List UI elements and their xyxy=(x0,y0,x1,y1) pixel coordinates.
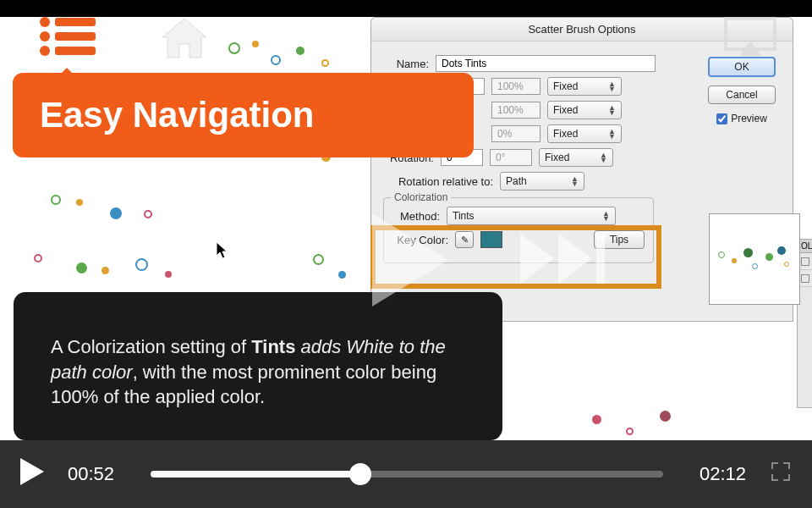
list-icon xyxy=(38,15,99,58)
skip-forward-button[interactable] xyxy=(512,227,605,318)
caption-bold: Tints xyxy=(251,336,295,357)
seek-fill xyxy=(151,471,360,478)
rotation-relative-select[interactable]: Path▲▼ xyxy=(500,172,584,190)
rotation-mode-select[interactable]: Fixed▲▼ xyxy=(539,148,613,167)
preview-checkbox-input[interactable] xyxy=(716,113,727,124)
airplay-button[interactable] xyxy=(722,15,778,61)
bg-dot xyxy=(321,59,329,67)
home-button[interactable] xyxy=(159,15,210,65)
video-player-bar: 00:52 02:12 xyxy=(0,440,812,508)
caption-italic: adds White xyxy=(295,336,398,357)
chevron-updown-icon: ▲▼ xyxy=(608,129,616,140)
svg-rect-3 xyxy=(55,32,96,41)
row3-mode-select[interactable]: Fixed▲▼ xyxy=(547,124,622,143)
colorization-legend: Colorization xyxy=(391,191,451,203)
size-mode-value: Fixed xyxy=(553,80,578,92)
chevron-updown-icon: ▲▼ xyxy=(602,211,610,222)
bg-dot xyxy=(110,207,122,219)
row2-mode-value: Fixed xyxy=(553,104,578,116)
dialog-right-column: OK Cancel Preview xyxy=(703,57,781,124)
svg-marker-11 xyxy=(372,213,448,306)
svg-rect-14 xyxy=(596,234,605,284)
top-letterbox xyxy=(0,0,812,17)
current-time: 00:52 xyxy=(68,463,127,485)
fullscreen-icon xyxy=(770,461,792,483)
size-mode-select[interactable]: Fixed▲▼ xyxy=(547,77,622,96)
svg-marker-13 xyxy=(558,234,592,284)
svg-rect-8 xyxy=(207,234,216,284)
bg-dot xyxy=(338,271,346,279)
chevron-updown-icon: ▲▼ xyxy=(571,176,579,187)
callout-text: Easy Navigation xyxy=(40,95,314,135)
bg-dot xyxy=(592,415,601,424)
play-icon xyxy=(20,458,44,485)
play-icon xyxy=(351,205,461,315)
name-label: Name: xyxy=(383,58,429,70)
bg-dot xyxy=(51,195,61,205)
bg-dot xyxy=(296,47,304,55)
bg-dot xyxy=(660,411,671,422)
row3-a-input[interactable] xyxy=(491,125,540,142)
bg-dot xyxy=(165,271,172,278)
chevron-updown-icon: ▲▼ xyxy=(600,152,607,163)
callout-tooltip: Easy Navigation xyxy=(13,73,474,157)
airplay-icon xyxy=(722,15,778,58)
eyedropper-icon: ✎ xyxy=(461,235,469,246)
row2-mode-select[interactable]: Fixed▲▼ xyxy=(547,101,622,119)
svg-rect-5 xyxy=(55,47,96,55)
bg-dot xyxy=(271,55,281,65)
rotation-relative-value: Path xyxy=(506,175,527,187)
skip-back-button[interactable] xyxy=(207,227,300,318)
bg-dot xyxy=(313,254,324,265)
svg-point-2 xyxy=(40,31,50,41)
bg-dot xyxy=(252,41,259,47)
seek-track[interactable] xyxy=(151,471,663,478)
brush-preview-swatch xyxy=(709,213,800,305)
svg-point-4 xyxy=(40,46,50,56)
duration-time: 02:12 xyxy=(687,463,746,485)
svg-point-0 xyxy=(40,17,50,27)
home-icon xyxy=(159,15,210,62)
svg-marker-15 xyxy=(20,458,44,485)
chevron-updown-icon: ▲▼ xyxy=(608,105,616,116)
svg-marker-10 xyxy=(258,234,292,284)
bg-dot xyxy=(228,42,240,54)
cursor-icon xyxy=(217,242,230,263)
rotation-mode-value: Fixed xyxy=(545,152,569,163)
rotation-relative-label: Rotation relative to: xyxy=(383,175,493,188)
cancel-button[interactable]: Cancel xyxy=(708,86,776,104)
caption-text: A Colorization setting of xyxy=(51,336,251,357)
chevron-updown-icon: ▲▼ xyxy=(608,81,616,92)
menu-button[interactable] xyxy=(38,15,99,61)
row3-mode-value: Fixed xyxy=(553,128,578,140)
bg-dot xyxy=(102,267,109,274)
name-input[interactable] xyxy=(436,55,656,72)
bg-dot xyxy=(34,254,42,262)
bg-dot xyxy=(135,258,148,271)
svg-marker-12 xyxy=(520,234,554,284)
key-color-swatch[interactable] xyxy=(480,231,502,248)
bg-dot xyxy=(144,210,152,218)
play-button[interactable] xyxy=(20,458,44,490)
bg-dot xyxy=(76,199,83,206)
preview-checkbox[interactable]: Preview xyxy=(716,113,767,124)
row2-a-input[interactable] xyxy=(491,102,540,119)
size-b-input[interactable] xyxy=(491,78,540,95)
skip-forward-icon xyxy=(512,227,605,290)
svg-rect-1 xyxy=(55,18,96,26)
bg-dot xyxy=(76,262,87,273)
fullscreen-button[interactable] xyxy=(770,461,792,488)
preview-label: Preview xyxy=(731,113,767,124)
method-select[interactable]: Tints▲▼ xyxy=(447,207,616,225)
bg-dot xyxy=(626,428,634,435)
play-overlay-button[interactable] xyxy=(351,227,461,318)
rotation-b-input[interactable] xyxy=(490,149,532,166)
seek-knob[interactable] xyxy=(349,463,371,485)
